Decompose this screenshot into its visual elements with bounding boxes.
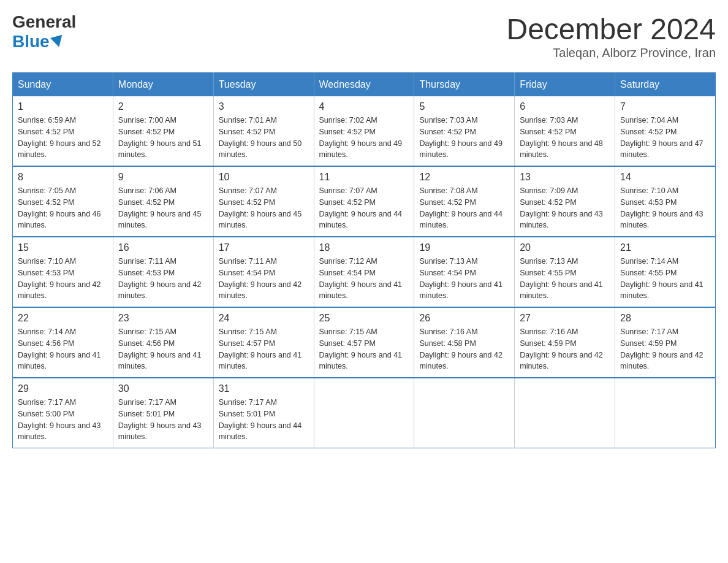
daylight-label: Daylight: 9 hours and 41 minutes.: [219, 351, 302, 371]
daylight-label: Daylight: 9 hours and 42 minutes.: [118, 280, 202, 301]
day-info: Sunrise: 7:17 AM Sunset: 5:01 PM Dayligh…: [219, 397, 309, 443]
day-number: 21: [620, 242, 710, 253]
sunrise-label: Sunrise: 7:17 AM: [118, 398, 176, 407]
sunrise-label: Sunrise: 7:17 AM: [620, 327, 678, 336]
day-number: 24: [219, 313, 309, 324]
sunrise-label: Sunrise: 7:01 AM: [219, 116, 277, 124]
day-number: 25: [319, 313, 409, 324]
day-info: Sunrise: 7:15 AM Sunset: 4:57 PM Dayligh…: [219, 326, 309, 372]
sunrise-label: Sunrise: 7:16 AM: [520, 327, 578, 336]
daylight-label: Daylight: 9 hours and 41 minutes.: [118, 351, 202, 371]
day-info: Sunrise: 7:09 AM Sunset: 4:52 PM Dayligh…: [520, 185, 610, 231]
sunset-label: Sunset: 4:52 PM: [18, 198, 74, 207]
day-info: Sunrise: 7:16 AM Sunset: 4:59 PM Dayligh…: [520, 326, 610, 372]
daylight-label: Daylight: 9 hours and 43 minutes.: [18, 421, 101, 442]
calendar-cell: 1 Sunrise: 6:59 AM Sunset: 4:52 PM Dayli…: [13, 96, 113, 166]
day-number: 4: [319, 101, 409, 112]
daylight-label: Daylight: 9 hours and 41 minutes.: [520, 280, 603, 301]
calendar-cell: 25 Sunrise: 7:15 AM Sunset: 4:57 PM Dayl…: [314, 307, 414, 378]
daylight-label: Daylight: 9 hours and 43 minutes.: [118, 421, 202, 442]
day-number: 1: [18, 101, 108, 112]
sunrise-label: Sunrise: 7:11 AM: [118, 257, 176, 266]
sunrise-label: Sunrise: 7:14 AM: [620, 257, 678, 266]
day-info: Sunrise: 7:13 AM Sunset: 4:55 PM Dayligh…: [520, 256, 610, 302]
sunrise-label: Sunrise: 7:13 AM: [520, 257, 578, 266]
day-info: Sunrise: 7:04 AM Sunset: 4:52 PM Dayligh…: [620, 115, 710, 161]
daylight-label: Daylight: 9 hours and 42 minutes.: [520, 351, 603, 371]
day-info: Sunrise: 7:11 AM Sunset: 4:54 PM Dayligh…: [219, 256, 309, 302]
calendar-cell: 13 Sunrise: 7:09 AM Sunset: 4:52 PM Dayl…: [515, 166, 615, 237]
sunrise-label: Sunrise: 7:00 AM: [118, 116, 176, 124]
day-info: Sunrise: 7:16 AM Sunset: 4:58 PM Dayligh…: [419, 326, 509, 372]
daylight-label: Daylight: 9 hours and 52 minutes.: [18, 139, 101, 159]
calendar-cell: 23 Sunrise: 7:15 AM Sunset: 4:56 PM Dayl…: [113, 307, 213, 378]
sunrise-label: Sunrise: 7:10 AM: [620, 186, 678, 195]
calendar-cell: 15 Sunrise: 7:10 AM Sunset: 4:53 PM Dayl…: [13, 237, 113, 307]
sunrise-label: Sunrise: 7:15 AM: [118, 327, 176, 336]
sunset-label: Sunset: 4:52 PM: [520, 128, 576, 136]
daylight-label: Daylight: 9 hours and 42 minutes.: [18, 280, 101, 301]
daylight-label: Daylight: 9 hours and 41 minutes.: [419, 280, 502, 301]
day-number: 9: [118, 172, 208, 183]
day-info: Sunrise: 7:06 AM Sunset: 4:52 PM Dayligh…: [118, 185, 208, 231]
sunrise-label: Sunrise: 7:11 AM: [219, 257, 277, 266]
daylight-label: Daylight: 9 hours and 44 minutes.: [219, 421, 302, 442]
day-info: Sunrise: 7:15 AM Sunset: 4:57 PM Dayligh…: [319, 326, 409, 372]
calendar-cell: 3 Sunrise: 7:01 AM Sunset: 4:52 PM Dayli…: [213, 96, 314, 166]
week-row-4: 22 Sunrise: 7:14 AM Sunset: 4:56 PM Dayl…: [13, 307, 716, 378]
sunrise-label: Sunrise: 7:07 AM: [219, 186, 277, 195]
sunset-label: Sunset: 4:53 PM: [18, 269, 74, 277]
location-text: Taleqan, Alborz Province, Iran: [506, 46, 716, 60]
sunrise-label: Sunrise: 7:09 AM: [520, 186, 578, 195]
day-info: Sunrise: 7:17 AM Sunset: 5:01 PM Dayligh…: [118, 397, 208, 443]
calendar-cell: 16 Sunrise: 7:11 AM Sunset: 4:53 PM Dayl…: [113, 237, 213, 307]
sunset-label: Sunset: 4:54 PM: [219, 269, 275, 277]
day-number: 6: [520, 101, 610, 112]
calendar-cell: 27 Sunrise: 7:16 AM Sunset: 4:59 PM Dayl…: [515, 307, 615, 378]
day-number: 11: [319, 172, 409, 183]
day-info: Sunrise: 7:05 AM Sunset: 4:52 PM Dayligh…: [18, 185, 108, 231]
daylight-label: Daylight: 9 hours and 44 minutes.: [419, 210, 502, 230]
calendar-cell: 8 Sunrise: 7:05 AM Sunset: 4:52 PM Dayli…: [13, 166, 113, 237]
calendar-cell: 31 Sunrise: 7:17 AM Sunset: 5:01 PM Dayl…: [213, 378, 314, 448]
week-row-3: 15 Sunrise: 7:10 AM Sunset: 4:53 PM Dayl…: [13, 237, 716, 307]
daylight-label: Daylight: 9 hours and 47 minutes.: [620, 139, 703, 159]
calendar-cell: 14 Sunrise: 7:10 AM Sunset: 4:53 PM Dayl…: [615, 166, 716, 237]
daylight-label: Daylight: 9 hours and 41 minutes.: [620, 280, 703, 301]
week-row-2: 8 Sunrise: 7:05 AM Sunset: 4:52 PM Dayli…: [13, 166, 716, 237]
calendar-cell: 22 Sunrise: 7:14 AM Sunset: 4:56 PM Dayl…: [13, 307, 113, 378]
sunset-label: Sunset: 4:59 PM: [620, 339, 677, 348]
day-number: 26: [419, 313, 509, 324]
day-number: 18: [319, 242, 409, 253]
day-info: Sunrise: 7:14 AM Sunset: 4:56 PM Dayligh…: [18, 326, 108, 372]
day-info: Sunrise: 7:01 AM Sunset: 4:52 PM Dayligh…: [219, 115, 309, 161]
daylight-label: Daylight: 9 hours and 49 minutes.: [419, 139, 502, 159]
day-header-friday: Friday: [515, 73, 615, 97]
day-number: 7: [620, 101, 710, 112]
sunrise-label: Sunrise: 7:08 AM: [419, 186, 477, 195]
calendar-cell: 5 Sunrise: 7:03 AM Sunset: 4:52 PM Dayli…: [414, 96, 515, 166]
sunrise-label: Sunrise: 7:12 AM: [319, 257, 377, 266]
sunset-label: Sunset: 4:52 PM: [219, 128, 275, 136]
daylight-label: Daylight: 9 hours and 42 minutes.: [219, 280, 302, 301]
calendar-cell: 30 Sunrise: 7:17 AM Sunset: 5:01 PM Dayl…: [113, 378, 213, 448]
day-number: 2: [118, 101, 208, 112]
calendar-cell: [314, 378, 414, 448]
day-number: 27: [520, 313, 610, 324]
logo-general-text: General: [12, 12, 76, 32]
calendar-cell: 12 Sunrise: 7:08 AM Sunset: 4:52 PM Dayl…: [414, 166, 515, 237]
sunrise-label: Sunrise: 7:13 AM: [419, 257, 477, 266]
day-info: Sunrise: 7:12 AM Sunset: 4:54 PM Dayligh…: [319, 256, 409, 302]
day-header-tuesday: Tuesday: [213, 73, 314, 97]
daylight-label: Daylight: 9 hours and 51 minutes.: [118, 139, 202, 159]
daylight-label: Daylight: 9 hours and 45 minutes.: [118, 210, 202, 230]
day-number: 30: [118, 383, 208, 394]
day-header-saturday: Saturday: [615, 73, 716, 97]
calendar-cell: 29 Sunrise: 7:17 AM Sunset: 5:00 PM Dayl…: [13, 378, 113, 448]
sunset-label: Sunset: 4:57 PM: [319, 339, 376, 348]
calendar-cell: 18 Sunrise: 7:12 AM Sunset: 4:54 PM Dayl…: [314, 237, 414, 307]
sunset-label: Sunset: 4:54 PM: [419, 269, 476, 277]
calendar-body: 1 Sunrise: 6:59 AM Sunset: 4:52 PM Dayli…: [13, 96, 716, 448]
daylight-label: Daylight: 9 hours and 41 minutes.: [18, 351, 101, 371]
calendar-cell: 11 Sunrise: 7:07 AM Sunset: 4:52 PM Dayl…: [314, 166, 414, 237]
